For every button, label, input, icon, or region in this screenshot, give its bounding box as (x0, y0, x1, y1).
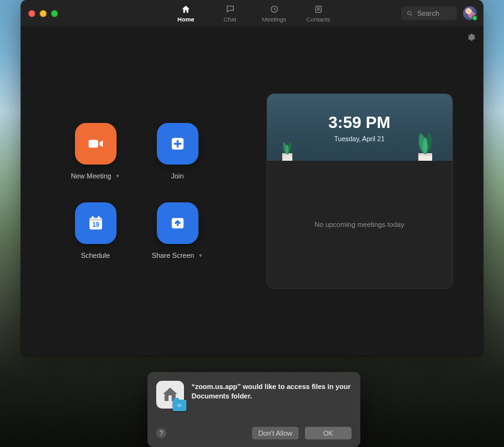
share-screen-icon (169, 214, 186, 232)
nav-tab-contacts[interactable]: Contacts (304, 0, 332, 26)
share-screen-button[interactable] (157, 202, 198, 244)
schedule-button[interactable]: 19 (75, 202, 117, 244)
svg-point-2 (318, 8, 319, 9)
join-label: Join (171, 172, 183, 180)
nav-label-chat: Chat (224, 16, 236, 23)
titlebar: Home Chat Meetings Contacts (21, 0, 483, 26)
video-camera-icon (86, 134, 105, 153)
search-icon (406, 10, 413, 17)
upcoming-empty-text: No upcoming meetings today (314, 221, 404, 228)
ok-label: OK (323, 429, 333, 437)
clock-date: Tuesday, April 21 (335, 135, 385, 142)
svg-rect-7 (89, 218, 102, 221)
calendar-date: 19 (92, 221, 100, 228)
settings-button[interactable] (467, 33, 476, 44)
plant-decoration-icon (273, 133, 301, 161)
dont-allow-label: Don't Allow (258, 429, 292, 437)
clock-time: 3:59 PM (328, 113, 390, 132)
content-area: New Meeting ▼ Join (21, 26, 483, 356)
dont-allow-button[interactable]: Don't Allow (252, 427, 299, 439)
close-window-button[interactable] (28, 10, 35, 17)
tile-share-screen: Share Screen ▼ (142, 202, 213, 259)
share-screen-label: Share Screen (152, 252, 194, 259)
gear-icon (467, 33, 476, 42)
nav-label-home: Home (178, 16, 194, 23)
nav-tab-meetings[interactable]: Meetings (260, 0, 288, 26)
upcoming-card: 3:59 PM Tuesday, April 21 No upcoming me… (266, 93, 453, 289)
new-meeting-button[interactable] (75, 123, 117, 165)
fullscreen-window-button[interactable] (51, 10, 58, 17)
nav-label-meetings: Meetings (262, 16, 287, 23)
finder-home-icon: ID (156, 381, 184, 409)
share-screen-label-row: Share Screen ▼ (152, 252, 203, 259)
join-button[interactable] (157, 123, 198, 165)
search-placeholder: Search (417, 9, 439, 17)
schedule-label: Schedule (81, 252, 110, 259)
nav-tab-chat[interactable]: Chat (216, 0, 244, 26)
svg-point-3 (408, 11, 411, 15)
plant-decoration-icon (403, 122, 447, 161)
permission-dialog: ID “zoom.us.app” would like to access fi… (147, 372, 360, 447)
action-grid: New Meeting ▼ Join (21, 26, 252, 356)
tile-schedule: 19 Schedule (60, 202, 131, 259)
clock-icon (270, 4, 279, 15)
nav-label-contacts: Contacts (306, 16, 330, 23)
dialog-message: “zoom.us.app” would like to access files… (192, 381, 352, 409)
calendar-icon: 19 (86, 214, 105, 233)
nav-tab-home[interactable]: Home (172, 0, 200, 26)
chevron-down-icon[interactable]: ▼ (115, 173, 120, 179)
tile-join: Join (142, 123, 213, 180)
documents-folder-badge-icon: ID (173, 400, 186, 411)
minimize-window-button[interactable] (40, 10, 47, 17)
clock-header: 3:59 PM Tuesday, April 21 (267, 94, 452, 161)
titlebar-right: Search (401, 6, 483, 20)
help-button[interactable]: ? (156, 428, 166, 438)
new-meeting-label: New Meeting (71, 172, 111, 180)
home-icon (181, 4, 191, 15)
chat-icon (226, 4, 235, 15)
upcoming-panel: 3:59 PM Tuesday, April 21 No upcoming me… (252, 26, 483, 356)
main-nav: Home Chat Meetings Contacts (172, 0, 332, 26)
avatar[interactable] (463, 6, 477, 20)
upcoming-body: No upcoming meetings today (267, 161, 452, 288)
window-controls (21, 10, 58, 17)
search-input[interactable]: Search (401, 6, 457, 20)
svg-rect-4 (88, 140, 98, 148)
zoom-main-window: Home Chat Meetings Contacts (21, 0, 483, 356)
tile-new-meeting: New Meeting ▼ (60, 123, 131, 180)
ok-button[interactable]: OK (305, 427, 352, 439)
svg-rect-15 (169, 395, 172, 401)
plus-icon (169, 135, 186, 153)
svg-rect-8 (91, 216, 93, 219)
new-meeting-label-row: New Meeting ▼ (71, 172, 120, 180)
svg-rect-9 (98, 216, 100, 219)
chevron-down-icon[interactable]: ▼ (198, 253, 203, 258)
dialog-app-icon: ID (156, 381, 184, 409)
contacts-icon (314, 4, 323, 15)
